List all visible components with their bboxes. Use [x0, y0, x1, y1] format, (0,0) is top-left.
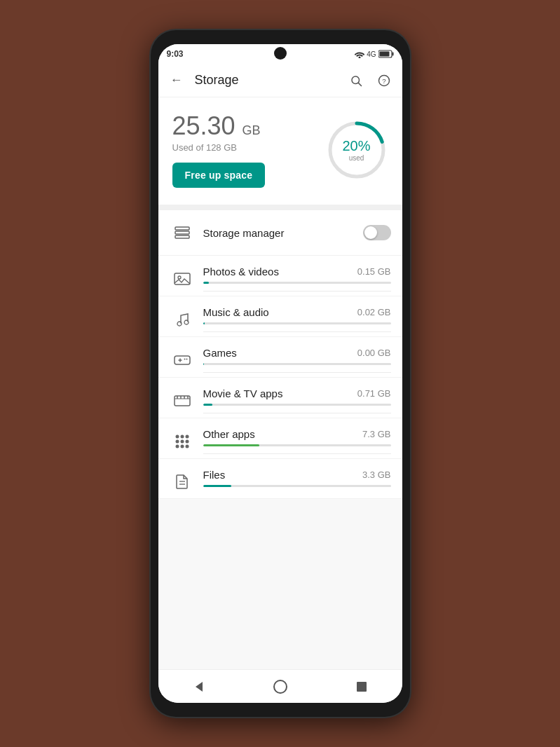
- phone-screen: 9:03 4G ← Storage: [158, 44, 402, 703]
- svg-line-4: [358, 83, 361, 85]
- movie-content: Movie & TV apps 0.71 GB: [203, 388, 391, 413]
- svg-rect-9: [175, 227, 189, 230]
- svg-point-13: [178, 276, 181, 279]
- otherapps-label: Other apps: [203, 428, 255, 440]
- storage-used-of: Used of 128 GB: [172, 142, 266, 153]
- svg-point-27: [175, 434, 179, 438]
- music-size: 0.02 GB: [357, 307, 391, 317]
- notch: [274, 47, 287, 60]
- free-up-space-button[interactable]: Free up space: [172, 163, 266, 188]
- wifi-icon: [355, 50, 364, 58]
- photos-bar-fill: [203, 282, 209, 284]
- music-icon: [170, 307, 195, 332]
- files-content: Files 3.3 GB: [203, 469, 391, 494]
- svg-point-31: [180, 439, 184, 443]
- games-bar: [203, 363, 391, 365]
- divider: [158, 205, 402, 210]
- circle-text: 20% used: [342, 137, 370, 163]
- list-item[interactable]: Music & audio 0.02 GB: [158, 296, 402, 337]
- svg-marker-38: [196, 682, 203, 692]
- otherapps-content: Other apps 7.3 GB: [203, 428, 391, 454]
- storage-list: Photos & videos 0.15 GB: [158, 256, 402, 499]
- phone-frame: 9:03 4G ← Storage: [151, 30, 410, 717]
- toggle-knob: [364, 226, 377, 239]
- svg-rect-40: [357, 682, 367, 692]
- svg-rect-2: [379, 52, 389, 57]
- games-label: Games: [203, 347, 237, 359]
- svg-text:?: ?: [382, 76, 386, 84]
- svg-point-20: [186, 358, 187, 359]
- files-label: Files: [203, 469, 226, 481]
- files-bar-fill: [203, 485, 231, 487]
- battery-icon: [378, 50, 394, 58]
- files-icon: [170, 469, 195, 494]
- storage-manager-icon: [170, 220, 195, 245]
- otherapps-bar: [203, 444, 391, 446]
- back-nav-button[interactable]: [185, 673, 213, 701]
- svg-rect-1: [392, 53, 393, 56]
- storage-manager-label: Storage manager: [203, 227, 363, 239]
- otherapps-icon: [170, 429, 195, 454]
- storage-manager-row[interactable]: Storage manager: [158, 210, 402, 256]
- status-time: 9:03: [167, 49, 184, 59]
- photos-size: 0.15 GB: [357, 266, 391, 277]
- svg-point-14: [177, 322, 182, 326]
- games-size: 0.00 GB: [357, 348, 391, 358]
- otherapps-bar-fill: [203, 444, 259, 446]
- status-icons: 4G: [355, 50, 393, 58]
- svg-point-32: [185, 439, 189, 443]
- home-nav-button[interactable]: [266, 673, 294, 701]
- list-item[interactable]: Photos & videos 0.15 GB: [158, 256, 402, 296]
- svg-point-28: [180, 434, 184, 438]
- photos-icon: [170, 266, 195, 292]
- music-bar-fill: [203, 322, 205, 324]
- back-button[interactable]: ←: [164, 68, 189, 93]
- app-header: ← Storage ?: [158, 64, 402, 97]
- storage-text: 25.30 GB Used of 128 GB Free up space: [172, 111, 266, 188]
- svg-rect-12: [175, 273, 190, 285]
- nav-bar: [158, 669, 402, 703]
- svg-point-34: [180, 444, 184, 448]
- music-content: Music & audio 0.02 GB: [203, 306, 391, 332]
- list-item[interactable]: Movie & TV apps 0.71 GB: [158, 378, 402, 418]
- list-item[interactable]: Other apps 7.3 GB: [158, 418, 402, 459]
- search-button[interactable]: [343, 68, 369, 93]
- storage-manager-toggle[interactable]: [363, 225, 391, 240]
- otherapps-size: 7.3 GB: [362, 429, 390, 439]
- svg-point-29: [185, 434, 189, 438]
- svg-point-35: [185, 444, 189, 448]
- movie-icon: [170, 388, 195, 413]
- list-item[interactable]: Games 0.00 GB: [158, 337, 402, 378]
- svg-rect-10: [175, 231, 189, 234]
- storage-used-amount: 25.30 GB: [172, 111, 266, 141]
- photos-bar: [203, 282, 391, 284]
- svg-rect-11: [175, 235, 189, 238]
- signal-text: 4G: [367, 50, 376, 58]
- music-label: Music & audio: [203, 306, 269, 318]
- recent-nav-button[interactable]: [348, 673, 376, 701]
- games-icon: [170, 348, 195, 373]
- list-item[interactable]: Files 3.3 GB: [158, 459, 402, 499]
- svg-point-30: [175, 439, 179, 443]
- help-button[interactable]: ?: [371, 68, 397, 93]
- svg-point-33: [175, 444, 179, 448]
- movie-bar: [203, 404, 391, 406]
- storage-summary: 25.30 GB Used of 128 GB Free up space 20…: [158, 97, 402, 205]
- header-actions: ?: [343, 68, 397, 93]
- movie-size: 0.71 GB: [357, 388, 391, 399]
- files-bar: [203, 485, 391, 487]
- photos-label: Photos & videos: [203, 266, 279, 277]
- photos-content: Photos & videos 0.15 GB: [203, 266, 391, 292]
- page-title: Storage: [189, 73, 343, 88]
- svg-rect-16: [175, 356, 190, 364]
- status-bar: 9:03 4G: [158, 44, 402, 64]
- music-bar: [203, 322, 391, 324]
- svg-point-39: [274, 680, 287, 693]
- storage-circle: 20% used: [325, 118, 388, 181]
- svg-point-15: [184, 320, 189, 324]
- movie-label: Movie & TV apps: [203, 388, 283, 399]
- games-bar-fill: [203, 363, 204, 365]
- files-size: 3.3 GB: [362, 470, 390, 480]
- games-content: Games 0.00 GB: [203, 347, 391, 373]
- movie-bar-fill: [203, 404, 212, 406]
